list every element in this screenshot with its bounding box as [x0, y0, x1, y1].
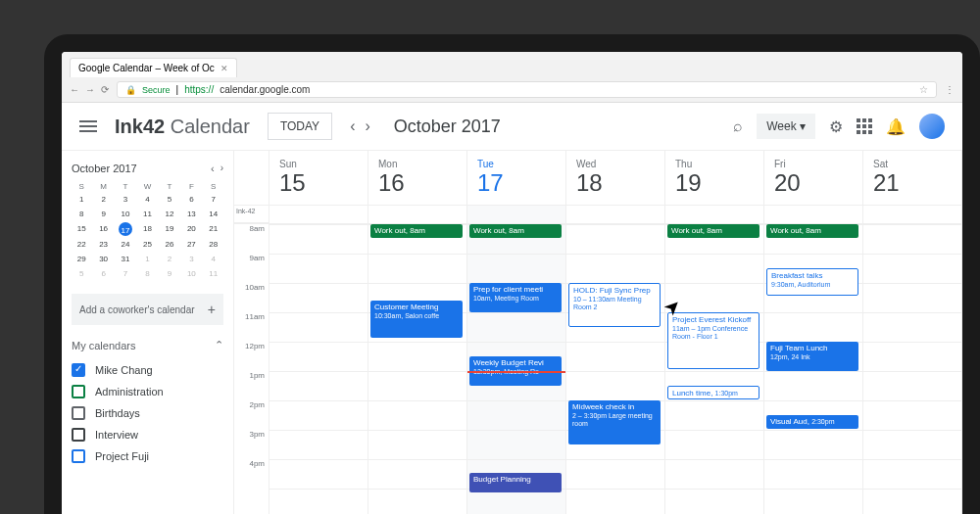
- day-column-wed[interactable]: HOLD: Fuji Sync Prep10 – 11:30am Meeting…: [566, 224, 665, 514]
- event-hold-fuji[interactable]: HOLD: Fuji Sync Prep10 – 11:30am Meeting…: [568, 283, 661, 327]
- mini-cal-day[interactable]: 14: [204, 208, 223, 220]
- day-column-sun[interactable]: [270, 224, 368, 514]
- collapse-icon[interactable]: ⌃: [215, 339, 223, 351]
- mini-cal-day[interactable]: 24: [116, 238, 135, 251]
- next-period-icon[interactable]: ›: [365, 117, 369, 135]
- mini-cal-day[interactable]: 13: [181, 208, 201, 220]
- calendar-checkbox[interactable]: [72, 385, 85, 398]
- mini-cal-day[interactable]: 2: [93, 193, 113, 206]
- mini-cal-next-icon[interactable]: ›: [220, 163, 223, 174]
- user-avatar[interactable]: [919, 114, 945, 139]
- mini-cal-prev-icon[interactable]: ‹: [211, 163, 215, 174]
- mini-cal-day[interactable]: 10: [181, 267, 201, 280]
- mini-cal-day[interactable]: 2: [160, 253, 179, 265]
- notifications-bell-icon[interactable]: 🔔: [886, 117, 906, 136]
- mini-cal-day[interactable]: 15: [72, 222, 91, 236]
- mini-cal-day[interactable]: 7: [116, 267, 135, 280]
- mini-cal-day[interactable]: 20: [181, 222, 201, 236]
- calendar-checkbox[interactable]: [72, 406, 85, 420]
- calendar-item[interactable]: Mike Chang: [72, 359, 223, 381]
- browser-menu-icon[interactable]: ⋮: [945, 84, 955, 95]
- mini-cal-day[interactable]: 17: [119, 222, 132, 236]
- calendar-item[interactable]: Administration: [72, 381, 223, 402]
- day-column-mon[interactable]: Work out, 8am Customer Meeting10:30am, S…: [368, 224, 467, 514]
- day-header[interactable]: Sun15: [270, 151, 368, 206]
- mini-cal-day[interactable]: 30: [93, 253, 113, 265]
- event-fuji-lunch[interactable]: Fuji Team Lunch12pm, 24 Ink: [766, 342, 858, 371]
- mini-cal-day[interactable]: 18: [137, 222, 157, 236]
- day-header[interactable]: Fri20: [764, 151, 863, 206]
- mini-cal-day[interactable]: 3: [116, 193, 135, 206]
- mini-cal-day[interactable]: 26: [160, 238, 179, 251]
- mini-cal-day[interactable]: 31: [116, 253, 135, 265]
- mini-cal-day[interactable]: 10: [116, 208, 135, 220]
- event-workout[interactable]: Work out, 8am: [667, 224, 760, 238]
- mini-cal-day[interactable]: 21: [204, 222, 223, 236]
- day-header[interactable]: Thu19: [665, 151, 764, 206]
- day-column-fri[interactable]: Work out, 8am Breakfast talks9:30am, Aud…: [764, 224, 863, 514]
- mini-cal-day[interactable]: 28: [204, 238, 223, 251]
- browser-tab[interactable]: Google Calendar – Week of Oc ✕: [70, 58, 237, 77]
- close-tab-icon[interactable]: ✕: [220, 64, 228, 73]
- hamburger-menu-icon[interactable]: [79, 120, 97, 132]
- mini-cal-day[interactable]: 22: [72, 238, 91, 251]
- day-header[interactable]: Wed18: [566, 151, 665, 206]
- event-customer-meeting[interactable]: Customer Meeting10:30am, Salon coffe: [370, 301, 463, 338]
- mini-cal-day[interactable]: 11: [137, 208, 157, 220]
- mini-cal-day[interactable]: 12: [160, 208, 179, 220]
- day-column-sat[interactable]: [863, 224, 962, 514]
- calendar-item[interactable]: Interview: [72, 424, 223, 445]
- address-bar[interactable]: 🔒 Secure | https://calendar.google.com ☆: [117, 81, 937, 98]
- calendar-checkbox[interactable]: [72, 363, 85, 377]
- mini-cal-day[interactable]: 25: [137, 238, 157, 251]
- reload-icon[interactable]: ⟳: [101, 84, 109, 95]
- calendar-item[interactable]: Birthdays: [72, 402, 223, 424]
- mini-calendar[interactable]: SMTWTFS123456789101112131415161718192021…: [72, 182, 223, 280]
- day-header[interactable]: Tue17: [467, 151, 566, 206]
- add-coworker-calendar[interactable]: Add a coworker's calendar +: [72, 294, 223, 325]
- calendar-checkbox[interactable]: [72, 449, 85, 463]
- mini-cal-day[interactable]: 19: [160, 222, 179, 236]
- event-project-everest[interactable]: Project Everest Kickoff11am – 1pm Confer…: [667, 312, 760, 369]
- calendar-checkbox[interactable]: [72, 428, 85, 442]
- event-breakfast-talks[interactable]: Breakfast talks9:30am, Auditorium: [766, 268, 858, 296]
- mini-cal-day[interactable]: 1: [72, 193, 91, 206]
- mini-cal-day[interactable]: 3: [181, 253, 201, 265]
- mini-cal-day[interactable]: 11: [204, 267, 223, 280]
- plus-icon[interactable]: +: [208, 302, 216, 317]
- day-header[interactable]: Sat21: [863, 151, 962, 206]
- mini-cal-day[interactable]: 9: [93, 208, 113, 220]
- mini-cal-day[interactable]: 23: [93, 238, 113, 251]
- event-lunch-time[interactable]: Lunch time, 1:30pm: [667, 386, 760, 399]
- settings-gear-icon[interactable]: ⚙: [829, 117, 843, 136]
- mini-cal-day[interactable]: 27: [181, 238, 201, 251]
- day-column-tue[interactable]: Work out, 8am Prep for client meeti10am,…: [467, 224, 566, 514]
- mini-cal-day[interactable]: 1: [137, 253, 157, 265]
- mini-cal-day[interactable]: 6: [181, 193, 201, 206]
- prev-period-icon[interactable]: ‹: [350, 117, 355, 135]
- mini-cal-day[interactable]: 4: [137, 193, 157, 206]
- event-visual-aud[interactable]: Visual Aud, 2:30pm: [766, 415, 858, 429]
- calendar-item[interactable]: Project Fuji: [72, 445, 223, 467]
- event-workout[interactable]: Work out, 8am: [766, 224, 858, 238]
- day-header[interactable]: Mon16: [368, 151, 467, 206]
- mini-cal-day[interactable]: 29: [72, 253, 91, 265]
- bookmark-star-icon[interactable]: ☆: [919, 84, 928, 95]
- event-workout[interactable]: Work out, 8am: [469, 224, 562, 238]
- back-icon[interactable]: ←: [70, 84, 79, 95]
- view-selector[interactable]: Week ▾: [757, 114, 815, 139]
- mini-cal-day[interactable]: 4: [204, 253, 223, 265]
- apps-grid-icon[interactable]: [857, 118, 872, 134]
- event-budget-planning[interactable]: Budget Planning: [469, 473, 562, 492]
- today-button[interactable]: TODAY: [268, 113, 332, 140]
- mini-cal-day[interactable]: 5: [72, 267, 91, 280]
- mini-cal-day[interactable]: 6: [93, 267, 113, 280]
- mini-cal-day[interactable]: 16: [93, 222, 113, 236]
- mini-cal-day[interactable]: 9: [160, 267, 179, 280]
- mini-cal-day[interactable]: 8: [72, 208, 91, 220]
- forward-icon[interactable]: →: [85, 84, 95, 95]
- day-column-thu[interactable]: Work out, 8am Project Everest Kickoff11a…: [665, 224, 764, 514]
- event-midweek-checkin[interactable]: Midweek check in2 – 3:30pm Large meeting…: [568, 400, 661, 444]
- mini-cal-day[interactable]: 7: [204, 193, 223, 206]
- search-icon[interactable]: ⌕: [733, 117, 743, 135]
